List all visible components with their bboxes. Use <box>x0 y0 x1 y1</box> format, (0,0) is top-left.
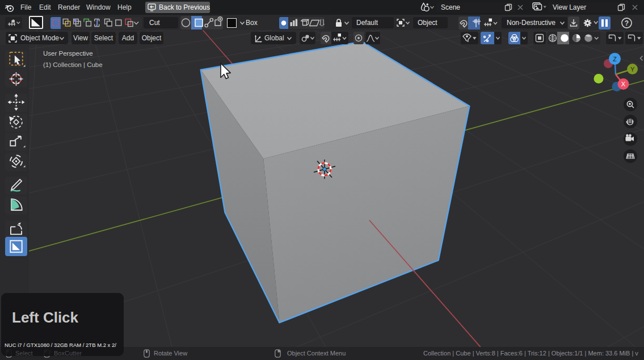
svg-text:Z: Z <box>613 56 617 62</box>
svg-text:Y: Y <box>630 66 635 73</box>
svg-text:?: ? <box>625 19 629 27</box>
svg-text:X: X <box>621 81 626 87</box>
